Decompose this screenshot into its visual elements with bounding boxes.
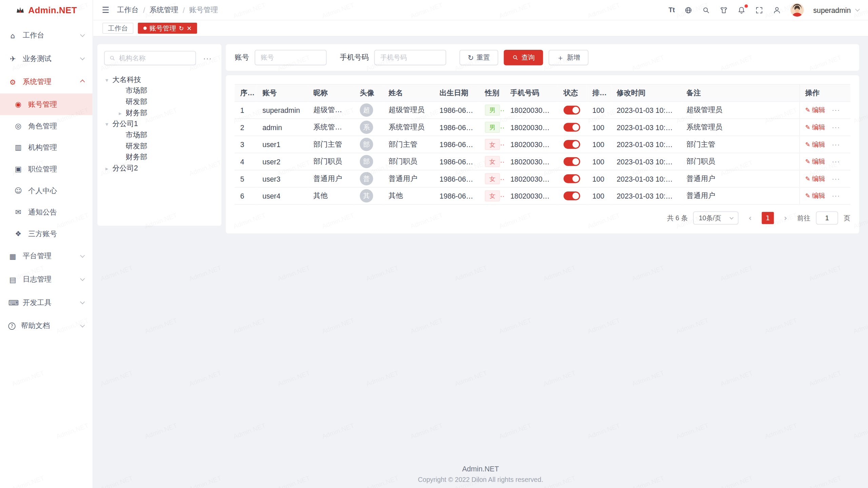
breadcrumb-item-current: 账号管理 — [189, 5, 218, 15]
user-icon[interactable] — [773, 6, 781, 14]
test-icon — [8, 55, 17, 63]
table-row: 5user3普通用户普普通用户1986-06-28女18020030720100… — [235, 170, 850, 187]
tree-node[interactable]: ▸分公司2 — [104, 163, 215, 174]
tree-node[interactable]: 市场部 — [104, 129, 215, 141]
status-toggle[interactable] — [564, 140, 580, 149]
more-actions-button[interactable]: ··· — [832, 192, 840, 200]
search-button[interactable]: 查询 — [504, 50, 543, 65]
close-icon[interactable]: ✕ — [187, 25, 192, 31]
gender-badge: 女 — [485, 156, 500, 167]
status-toggle[interactable] — [564, 157, 580, 166]
sidebar-item-label: 开发工具 — [23, 298, 75, 307]
refresh-icon[interactable]: ↻ — [179, 25, 184, 31]
cell-account: user4 — [257, 187, 308, 205]
cell-modified-time: 2023-01-03 10:59:44 — [611, 102, 681, 119]
fullscreen-icon[interactable] — [755, 6, 763, 14]
column-header: 手机号码 — [505, 84, 558, 102]
phone-input[interactable] — [374, 50, 446, 65]
more-actions-button[interactable]: ··· — [832, 157, 840, 165]
tree-node[interactable]: ▾分公司1 — [104, 118, 215, 129]
cell-order: 100 — [587, 153, 611, 170]
menu-toggle-icon[interactable]: ☰ — [102, 5, 109, 15]
status-toggle[interactable] — [564, 175, 580, 183]
profile-icon — [14, 186, 23, 195]
sidebar-item-dev-tools[interactable]: 开发工具 — [0, 291, 93, 314]
cell-avatar: 其 — [354, 187, 383, 205]
prev-page-button[interactable]: ‹ — [744, 212, 756, 224]
more-actions-button[interactable]: ··· — [832, 123, 840, 131]
tree-node[interactable]: 财务部 — [104, 151, 215, 163]
page-size-select[interactable]: 10条/页 — [693, 211, 738, 225]
sidebar-item-org-management[interactable]: 机构管理 — [0, 137, 93, 158]
sidebar-item-label: 系统管理 — [23, 77, 75, 87]
tree-more-button[interactable]: ··· — [200, 52, 215, 65]
sidebar-item-third-party-account[interactable]: 三方账号 — [0, 223, 93, 245]
status-toggle[interactable] — [564, 123, 580, 132]
column-header: 排序 — [587, 84, 611, 102]
tab-label: 工作台 — [108, 23, 128, 33]
topbar-actions: Tt — [669, 3, 859, 17]
sidebar-item-workbench[interactable]: 工作台 — [0, 24, 93, 47]
breadcrumb-item[interactable]: 工作台 — [117, 5, 139, 15]
sidebar-item-role-management[interactable]: 角色管理 — [0, 115, 93, 137]
user-avatar[interactable] — [791, 3, 804, 17]
chevron-down-icon — [80, 32, 85, 37]
sidebar-item-help-docs[interactable]: 帮助文档 — [0, 314, 93, 338]
font-size-icon[interactable]: Tt — [669, 6, 675, 14]
goto-page-input[interactable] — [816, 211, 838, 225]
next-page-button[interactable]: › — [780, 212, 792, 224]
tree-node[interactable]: ▾大名科技 — [104, 74, 215, 85]
chevron-down-icon — [80, 276, 85, 281]
more-actions-button[interactable]: ··· — [832, 140, 840, 148]
edit-button[interactable]: ✎编辑 — [805, 174, 825, 183]
more-actions-button[interactable]: ··· — [832, 106, 840, 114]
sidebar-item-business-test[interactable]: 业务测试 — [0, 47, 93, 70]
column-header: 头像 — [354, 84, 383, 102]
edit-button[interactable]: ✎编辑 — [805, 140, 825, 149]
sidebar-item-position-management[interactable]: 职位管理 — [0, 158, 93, 180]
edit-button[interactable]: ✎编辑 — [805, 157, 825, 166]
tab-account-management[interactable]: 账号管理 ↻ ✕ — [138, 23, 197, 34]
tab-workbench[interactable]: 工作台 — [102, 23, 133, 34]
page-button-1[interactable]: 1 — [762, 212, 774, 224]
account-input[interactable] — [255, 50, 327, 65]
edit-button[interactable]: ✎编辑 — [805, 123, 825, 132]
org-search-input[interactable] — [119, 54, 191, 62]
sidebar-item-system-management[interactable]: 系统管理 — [0, 70, 93, 94]
gender-badge: 男 — [485, 122, 500, 133]
breadcrumb: 工作台 / 系统管理 / 账号管理 — [117, 5, 218, 15]
edit-button[interactable]: ✎编辑 — [805, 105, 825, 115]
edit-label: 编辑 — [812, 191, 825, 201]
globe-icon[interactable] — [684, 6, 692, 14]
sidebar-item-platform-management[interactable]: 平台管理 — [0, 245, 93, 268]
cell-phone: 18020030720 — [505, 136, 558, 153]
reset-button[interactable]: ↻ 重置 — [459, 50, 498, 65]
tree-node[interactable]: 研发部 — [104, 96, 215, 107]
brand-logo[interactable]: Admin.NET — [0, 0, 93, 20]
sidebar-item-profile-center[interactable]: 个人中心 — [0, 180, 93, 202]
username[interactable]: superadmin — [813, 6, 851, 14]
status-toggle[interactable] — [564, 106, 580, 115]
cell-name: 系统管理员 — [383, 119, 434, 136]
active-tab-dot — [143, 26, 147, 30]
sidebar-item-log-management[interactable]: 日志管理 — [0, 268, 93, 291]
sidebar-item-notice[interactable]: 通知公告 — [0, 201, 93, 223]
tree-node[interactable]: ▸财务部 — [104, 107, 215, 119]
add-button[interactable]: ＋ 新增 — [549, 50, 589, 65]
breadcrumb-item[interactable]: 系统管理 — [150, 5, 178, 15]
cell-gender: 女 — [479, 187, 505, 205]
tree-node[interactable]: 市场部 — [104, 85, 215, 96]
caret-right-icon[interactable]: ▸ — [104, 165, 110, 171]
caret-down-icon[interactable]: ▾ — [104, 121, 110, 127]
search-icon[interactable] — [702, 6, 710, 14]
theme-icon[interactable] — [720, 6, 728, 14]
tree-node[interactable]: 研发部 — [104, 141, 215, 152]
caret-down-icon[interactable]: ▾ — [104, 77, 110, 83]
status-toggle[interactable] — [564, 191, 580, 200]
edit-button[interactable]: ✎编辑 — [805, 191, 825, 201]
caret-right-icon[interactable]: ▸ — [117, 110, 123, 116]
notification-icon[interactable] — [737, 6, 746, 14]
more-actions-button[interactable]: ··· — [832, 175, 840, 182]
chevron-down-icon[interactable] — [855, 7, 860, 12]
sidebar-item-account-management[interactable]: 账号管理 — [0, 94, 93, 115]
